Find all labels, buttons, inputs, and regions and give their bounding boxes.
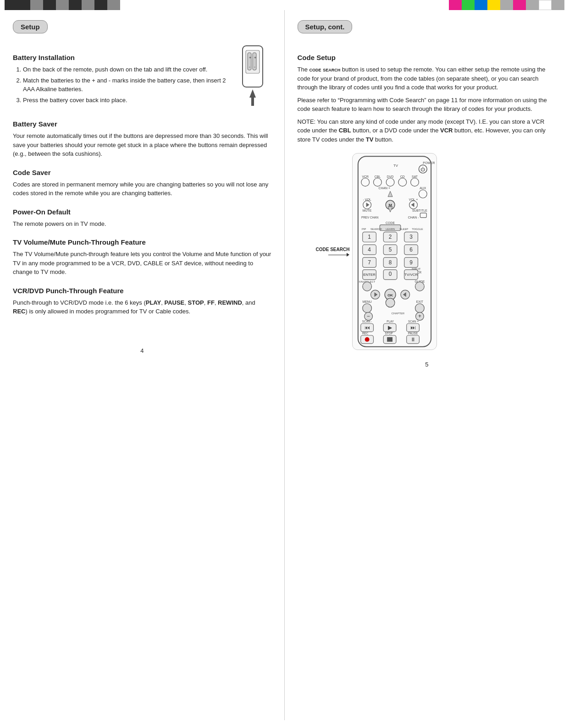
svg-text:+: + — [418, 313, 421, 319]
svg-text:−: − — [367, 313, 370, 319]
right-page-number: 5 — [425, 361, 428, 368]
remote-diagram-container: CODE SEARCH TV POWER ⏻ VCR — [316, 153, 557, 350]
svg-rect-42 — [420, 213, 427, 218]
code-setup-title: Code Setup — [298, 54, 557, 61]
svg-text:TOGGLE: TOGGLE — [412, 228, 424, 231]
svg-marker-31 — [366, 203, 370, 207]
svg-text:REC: REC — [362, 332, 369, 335]
svg-text:CD: CD — [400, 175, 405, 178]
svg-text:EXIT: EXIT — [416, 300, 424, 303]
svg-text:POWER: POWER — [423, 161, 435, 164]
left-column: Setup Battery Installation On the back o… — [0, 10, 285, 720]
main-layout: Setup Battery Installation On the back o… — [0, 10, 569, 720]
svg-text:8: 8 — [389, 259, 392, 266]
battery-steps-list: On the back of the remote, push down on … — [23, 65, 226, 104]
battery-step-3: Press the battery cover back into place. — [23, 96, 226, 105]
right-column: Setup, cont. Code Setup The code search … — [285, 10, 569, 720]
svg-point-27 — [419, 190, 427, 198]
left-color-bars — [0, 0, 285, 10]
left-section-header: Setup — [13, 20, 48, 33]
vcr-dvd-pause: PAUSE — [164, 299, 184, 306]
svg-text:STOP: STOP — [385, 332, 393, 335]
vcr-dvd-text2: ) is only allowed in modes programmed fo… — [25, 308, 190, 315]
svg-point-109 — [365, 337, 370, 342]
svg-text:SCAN +: SCAN + — [408, 320, 419, 323]
color-bar — [449, 0, 462, 10]
svg-text:0: 0 — [389, 271, 392, 277]
battery-installation-title: Battery Installation — [13, 54, 226, 61]
color-bar — [5, 0, 17, 10]
right-section-header: Setup, cont. — [298, 20, 353, 33]
svg-text:OK: OK — [388, 293, 393, 297]
color-bar — [69, 0, 82, 10]
svg-text:CHAN -: CHAN - — [408, 216, 419, 219]
svg-text:DVD: DVD — [387, 175, 394, 178]
svg-point-79 — [415, 282, 425, 291]
color-bar — [82, 0, 94, 10]
vcr-dvd-rec: REC — [13, 308, 25, 315]
svg-text:-: - — [249, 65, 250, 69]
svg-text:SEARCH: SEARCH — [371, 228, 382, 231]
svg-text:7: 7 — [368, 259, 371, 266]
left-page-number: 4 — [140, 347, 144, 354]
svg-point-90 — [415, 304, 425, 313]
svg-point-20 — [387, 178, 395, 186]
svg-point-18 — [374, 178, 382, 186]
svg-text:TV: TV — [393, 164, 398, 168]
svg-text:VCR: VCR — [362, 175, 369, 178]
battery-installation-section: Battery Installation On the back of the … — [13, 44, 271, 110]
battery-saver-title: Battery Saver — [13, 120, 271, 128]
svg-text:PIP: PIP — [362, 228, 366, 231]
svg-text:CHAN +: CHAN + — [379, 186, 391, 190]
color-bar — [30, 0, 43, 10]
color-bar — [94, 0, 107, 10]
vcr-dvd-text1: Punch-through to VCR/DVD mode i.e. the 6… — [13, 299, 146, 306]
svg-marker-28 — [388, 191, 393, 197]
color-bar — [526, 0, 539, 10]
svg-point-16 — [361, 178, 370, 186]
svg-text:4: 4 — [368, 246, 371, 253]
remote-full-illustration: TV POWER ⏻ VCR CBL DVD CD SAT — [352, 153, 437, 350]
power-on-text: The remote powers on in TV mode. — [13, 219, 271, 229]
code-setup-para2: Please refer to “Programming with Code S… — [298, 96, 557, 114]
code-setup-para3: NOTE: You can store any kind of code und… — [298, 117, 557, 144]
code-saver-title: Code Saver — [13, 169, 271, 176]
svg-point-78 — [363, 282, 372, 291]
battery-step-1: On the back of the remote, push down on … — [23, 65, 226, 74]
battery-saver-text: Your remote automatically times out if t… — [13, 131, 271, 159]
svg-rect-111 — [387, 337, 393, 342]
code-setup-para1: The code search button is used to setup … — [298, 65, 557, 92]
color-bar — [17, 0, 30, 10]
tv-label: TV — [366, 136, 374, 143]
code-saver-text: Codes are stored in permanent memory whi… — [13, 180, 271, 198]
svg-text:⏮: ⏮ — [365, 324, 370, 331]
vcr-label: VCR — [440, 127, 453, 134]
svg-text:9: 9 — [410, 259, 413, 266]
svg-text:CBL: CBL — [375, 175, 381, 178]
svg-text:MENU: MENU — [363, 300, 372, 303]
svg-text:CODE: CODE — [386, 221, 395, 224]
svg-marker-8 — [249, 89, 256, 98]
svg-text:SAT: SAT — [412, 175, 418, 178]
code-search-inline: code search — [309, 66, 341, 73]
svg-text:CHAPTER: CHAPTER — [392, 312, 404, 315]
vcr-dvd-stop: STOP — [188, 299, 204, 306]
vcr-dvd-text: Punch-through to VCR/DVD mode i.e. the 6… — [13, 298, 271, 316]
color-bar — [107, 0, 120, 10]
svg-marker-36 — [411, 203, 414, 207]
color-bar — [513, 0, 526, 10]
right-color-bars — [285, 0, 569, 10]
vcr-dvd-comma3: , — [204, 299, 207, 306]
svg-text:5: 5 — [389, 246, 392, 253]
vcr-dvd-title: VCR/DVD Punch-Through Feature — [13, 287, 271, 295]
svg-text:LEARN: LEARN — [386, 228, 395, 231]
battery-installation-text: Battery Installation On the back of the … — [13, 44, 226, 110]
color-bar — [475, 0, 487, 10]
vcr-dvd-comma4: , — [215, 299, 218, 306]
battery-image: + + - - — [235, 44, 271, 108]
svg-text:PREV CHAN: PREV CHAN — [361, 216, 379, 219]
svg-text:SUBTITLE: SUBTITLE — [412, 209, 427, 212]
color-bar — [552, 0, 564, 10]
svg-text:1: 1 — [368, 234, 371, 240]
tv-volume-title: TV Volume/Mute Punch-Through Feature — [13, 238, 271, 246]
